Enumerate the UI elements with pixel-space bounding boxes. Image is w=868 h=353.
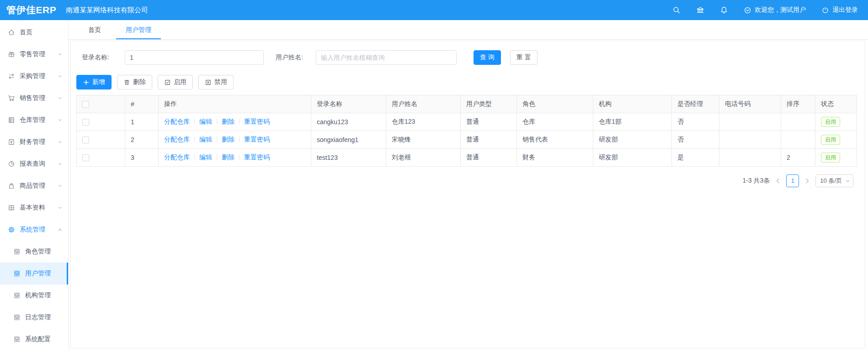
select-all-checkbox[interactable] (82, 101, 89, 108)
sidebar-item-label: 销售管理 (20, 94, 45, 102)
edit-link[interactable]: 编辑 (199, 118, 212, 125)
cell-user-type: 普通 (461, 149, 517, 167)
top-bar: 管伊佳ERP 南通某某网络科技有限公司 欢迎您，测试用户 退出登录 (0, 0, 868, 20)
status-badge[interactable]: 启用 (821, 135, 840, 145)
main-content: 首页 用户管理 登录名称: 用户姓名: 查 询 重 置 新增 (69, 20, 868, 353)
edit-link[interactable]: 编辑 (199, 153, 212, 161)
content-card: 登录名称: 用户姓名: 查 询 重 置 新增 删除 启用 (70, 41, 865, 348)
current-page-button[interactable]: 1 (786, 174, 799, 187)
sidebar-item-label: 日志管理 (25, 313, 51, 321)
tab-home[interactable]: 首页 (79, 20, 111, 39)
table-row: 2 分配仓库编辑删除重置密码 songxiaofeng1 宋晓锋 普通 销售代表… (77, 131, 857, 149)
link-separator (239, 154, 240, 160)
row-checkbox[interactable] (82, 137, 89, 143)
add-button[interactable]: 新增 (76, 75, 112, 90)
reset-password-link[interactable]: 重置密码 (244, 153, 270, 161)
sidebar-subitem-user-mgmt[interactable]: 用户管理 (0, 263, 68, 285)
filter-row: 登录名称: 用户姓名: 查 询 重 置 (76, 50, 859, 65)
sidebar-item-system[interactable]: 系统管理 (0, 219, 68, 241)
basic-data-icon (8, 204, 15, 211)
sidebar-subitem-role-mgmt[interactable]: 角色管理 (0, 241, 68, 263)
bell-icon[interactable] (720, 6, 728, 14)
delete-button[interactable]: 删除 (117, 75, 152, 90)
chevron-down-icon (58, 205, 62, 210)
sidebar-item-retail[interactable]: 零售管理 (0, 43, 68, 65)
assign-warehouse-link[interactable]: 分配仓库 (164, 136, 190, 143)
delete-label: 删除 (133, 78, 146, 86)
delete-link[interactable]: 删除 (222, 153, 234, 161)
tab-user-mgmt[interactable]: 用户管理 (116, 20, 161, 39)
cell-login-name: cangku123 (311, 113, 386, 131)
delete-link[interactable]: 删除 (222, 136, 234, 143)
cell-index: 1 (125, 113, 159, 131)
row-checkbox[interactable] (82, 119, 89, 126)
search-button[interactable]: 查 询 (474, 50, 501, 65)
cell-login-name: test123 (311, 149, 386, 167)
col-org: 机构 (593, 95, 672, 113)
reset-password-link[interactable]: 重置密码 (244, 118, 270, 125)
login-name-input[interactable] (125, 50, 264, 65)
enable-button[interactable]: 启用 (158, 75, 193, 90)
sidebar-item-sales[interactable]: 销售管理 (0, 87, 68, 109)
document-icon (13, 292, 21, 299)
reset-password-link[interactable]: 重置密码 (244, 136, 270, 143)
trash-icon (123, 79, 130, 86)
reset-button[interactable]: 重 置 (510, 50, 538, 65)
link-separator (217, 119, 217, 124)
page-size-value: 10 条/页 (820, 177, 842, 184)
assign-warehouse-link[interactable]: 分配仓库 (164, 118, 190, 125)
sales-cart-icon (8, 95, 15, 102)
sidebar-item-home[interactable]: 首页 (0, 21, 68, 43)
col-is-manager: 是否经理 (672, 95, 719, 113)
col-status: 状态 (815, 95, 857, 113)
chevron-down-icon (58, 162, 62, 166)
cell-is-manager: 是 (672, 149, 719, 167)
sidebar-item-finance[interactable]: 财务管理 (0, 131, 68, 153)
col-index: # (125, 95, 159, 113)
sidebar-item-label: 报表查询 (20, 160, 45, 168)
sidebar: 首页 零售管理 采购管理 销售管理 仓库管理 财务管理 (0, 20, 69, 353)
disable-label: 禁用 (214, 78, 227, 86)
next-page-icon[interactable] (804, 177, 811, 184)
document-icon (13, 336, 21, 343)
delete-link[interactable]: 删除 (222, 118, 234, 125)
user-name-input[interactable] (316, 50, 457, 65)
cell-user-type: 普通 (461, 113, 517, 131)
welcome-text: 欢迎您，测试用户 (755, 6, 806, 14)
sidebar-subitem-system-config[interactable]: 系统配置 (0, 328, 68, 350)
col-role: 角色 (517, 95, 593, 113)
prev-page-icon[interactable] (774, 177, 782, 184)
sidebar-item-label: 财务管理 (20, 138, 45, 146)
cell-phone (719, 149, 781, 167)
chevron-up-icon (58, 227, 62, 232)
col-sort: 排序 (781, 95, 815, 113)
cell-sort (781, 131, 815, 149)
sidebar-item-goods[interactable]: 商品管理 (0, 175, 68, 197)
bank-icon[interactable] (696, 6, 704, 14)
chevron-down-icon (58, 140, 62, 144)
cell-is-manager: 否 (672, 131, 719, 149)
sidebar-item-label: 采购管理 (20, 72, 45, 80)
assign-warehouse-link[interactable]: 分配仓库 (164, 153, 190, 161)
row-checkbox[interactable] (82, 154, 89, 161)
logout-button[interactable]: 退出登录 (821, 6, 858, 14)
home-icon (8, 29, 15, 36)
sidebar-item-label: 商品管理 (20, 182, 45, 190)
status-badge[interactable]: 启用 (821, 117, 840, 127)
sidebar-item-basic-data[interactable]: 基本资料 (0, 197, 68, 219)
status-badge[interactable]: 启用 (821, 153, 840, 163)
link-separator (194, 137, 195, 142)
sidebar-item-purchase[interactable]: 采购管理 (0, 65, 68, 87)
sidebar-subitem-org-mgmt[interactable]: 机构管理 (0, 285, 68, 306)
user-menu[interactable]: 欢迎您，测试用户 (744, 6, 806, 14)
sidebar-item-reports[interactable]: 报表查询 (0, 153, 68, 175)
page-size-select[interactable]: 10 条/页 (815, 174, 853, 187)
sidebar-item-warehouse[interactable]: 仓库管理 (0, 109, 68, 131)
edit-link[interactable]: 编辑 (199, 136, 212, 143)
user-circle-icon (744, 6, 751, 14)
sidebar-subitem-log-mgmt[interactable]: 日志管理 (0, 306, 68, 328)
app-logo: 管伊佳ERP (0, 4, 62, 16)
search-icon[interactable] (672, 6, 681, 14)
disable-button[interactable]: 禁用 (198, 75, 234, 90)
sidebar-item-label: 基本资料 (20, 204, 45, 212)
